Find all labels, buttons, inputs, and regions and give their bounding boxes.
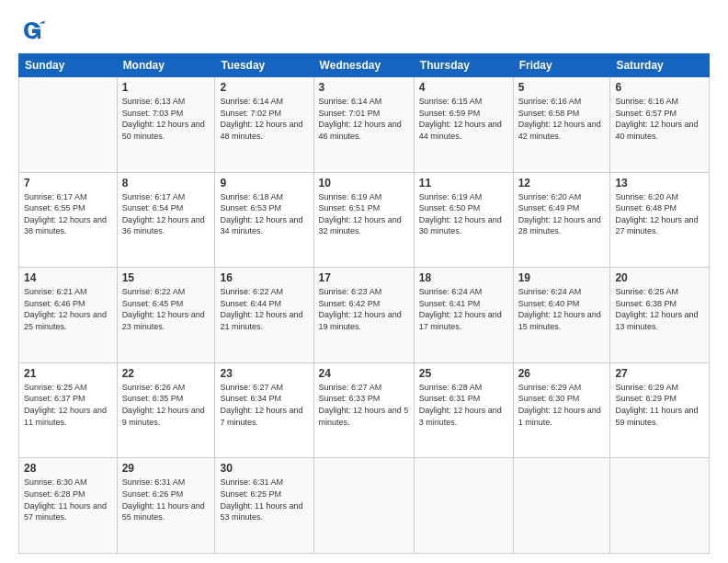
day-number: 12 <box>518 177 606 190</box>
day-number: 13 <box>615 177 704 190</box>
day-cell <box>513 458 610 554</box>
day-number: 26 <box>518 367 606 380</box>
day-info: Sunrise: 6:30 AMSunset: 6:28 PMDaylight:… <box>24 477 112 523</box>
day-cell: 7Sunrise: 6:17 AMSunset: 6:55 PMDaylight… <box>19 172 118 268</box>
day-header-saturday: Saturday <box>610 54 710 77</box>
day-cell: 19Sunrise: 6:24 AMSunset: 6:40 PMDayligh… <box>513 268 610 363</box>
day-cell: 5Sunrise: 6:16 AMSunset: 6:58 PMDaylight… <box>513 77 610 173</box>
day-cell: 15Sunrise: 6:22 AMSunset: 6:45 PMDayligh… <box>117 268 215 363</box>
day-info: Sunrise: 6:22 AMSunset: 6:45 PMDaylight:… <box>122 286 210 332</box>
day-cell: 9Sunrise: 6:18 AMSunset: 6:53 PMDaylight… <box>215 172 313 268</box>
day-cell: 4Sunrise: 6:15 AMSunset: 6:59 PMDaylight… <box>414 77 513 173</box>
day-cell: 17Sunrise: 6:23 AMSunset: 6:42 PMDayligh… <box>313 268 414 363</box>
day-info: Sunrise: 6:24 AMSunset: 6:41 PMDaylight:… <box>419 286 508 332</box>
day-cell: 16Sunrise: 6:22 AMSunset: 6:44 PMDayligh… <box>215 268 313 363</box>
day-cell: 22Sunrise: 6:26 AMSunset: 6:35 PMDayligh… <box>117 362 215 458</box>
day-header-tuesday: Tuesday <box>215 54 313 77</box>
day-info: Sunrise: 6:29 AMSunset: 6:30 PMDaylight:… <box>518 382 606 428</box>
day-number: 4 <box>419 81 508 94</box>
day-cell: 25Sunrise: 6:28 AMSunset: 6:31 PMDayligh… <box>414 362 513 458</box>
day-info: Sunrise: 6:16 AMSunset: 6:57 PMDaylight:… <box>615 96 704 142</box>
day-cell: 10Sunrise: 6:19 AMSunset: 6:51 PMDayligh… <box>313 172 414 268</box>
day-info: Sunrise: 6:29 AMSunset: 6:29 PMDaylight:… <box>615 382 704 428</box>
day-cell: 30Sunrise: 6:31 AMSunset: 6:25 PMDayligh… <box>215 458 313 554</box>
day-info: Sunrise: 6:17 AMSunset: 6:54 PMDaylight:… <box>122 191 210 237</box>
page: SundayMondayTuesdayWednesdayThursdayFrid… <box>0 0 728 563</box>
day-cell: 29Sunrise: 6:31 AMSunset: 6:26 PMDayligh… <box>117 458 215 554</box>
week-row-1: 1Sunrise: 6:13 AMSunset: 7:03 PMDaylight… <box>19 77 710 173</box>
day-cell: 6Sunrise: 6:16 AMSunset: 6:57 PMDaylight… <box>610 77 710 173</box>
day-info: Sunrise: 6:18 AMSunset: 6:53 PMDaylight:… <box>220 191 308 237</box>
day-cell <box>19 77 118 173</box>
calendar-table: SundayMondayTuesdayWednesdayThursdayFrid… <box>18 53 710 554</box>
day-cell: 24Sunrise: 6:27 AMSunset: 6:33 PMDayligh… <box>313 362 414 458</box>
day-cell: 26Sunrise: 6:29 AMSunset: 6:30 PMDayligh… <box>513 362 610 458</box>
header-row: SundayMondayTuesdayWednesdayThursdayFrid… <box>19 54 710 77</box>
day-info: Sunrise: 6:22 AMSunset: 6:44 PMDaylight:… <box>220 286 308 332</box>
day-number: 3 <box>319 81 409 94</box>
day-info: Sunrise: 6:27 AMSunset: 6:33 PMDaylight:… <box>319 382 409 428</box>
day-cell: 3Sunrise: 6:14 AMSunset: 7:01 PMDaylight… <box>313 77 414 173</box>
day-info: Sunrise: 6:27 AMSunset: 6:34 PMDaylight:… <box>220 382 308 428</box>
day-number: 15 <box>122 271 210 284</box>
week-row-2: 7Sunrise: 6:17 AMSunset: 6:55 PMDaylight… <box>19 172 710 268</box>
day-info: Sunrise: 6:21 AMSunset: 6:46 PMDaylight:… <box>24 286 112 332</box>
day-info: Sunrise: 6:25 AMSunset: 6:38 PMDaylight:… <box>615 286 704 332</box>
day-number: 22 <box>122 367 210 380</box>
day-info: Sunrise: 6:25 AMSunset: 6:37 PMDaylight:… <box>24 382 112 428</box>
day-info: Sunrise: 6:31 AMSunset: 6:25 PMDaylight:… <box>220 477 308 523</box>
day-number: 20 <box>615 271 704 284</box>
week-row-4: 21Sunrise: 6:25 AMSunset: 6:37 PMDayligh… <box>19 362 710 458</box>
day-number: 18 <box>419 271 508 284</box>
day-info: Sunrise: 6:19 AMSunset: 6:50 PMDaylight:… <box>419 191 508 237</box>
day-cell: 1Sunrise: 6:13 AMSunset: 7:03 PMDaylight… <box>117 77 215 173</box>
day-info: Sunrise: 6:26 AMSunset: 6:35 PMDaylight:… <box>122 382 210 428</box>
day-number: 9 <box>220 177 308 190</box>
day-cell: 20Sunrise: 6:25 AMSunset: 6:38 PMDayligh… <box>610 268 710 363</box>
header <box>18 17 710 44</box>
day-header-monday: Monday <box>117 54 215 77</box>
day-number: 7 <box>24 177 112 190</box>
day-cell: 8Sunrise: 6:17 AMSunset: 6:54 PMDaylight… <box>117 172 215 268</box>
day-info: Sunrise: 6:15 AMSunset: 6:59 PMDaylight:… <box>419 96 508 142</box>
day-info: Sunrise: 6:24 AMSunset: 6:40 PMDaylight:… <box>518 286 606 332</box>
day-cell <box>414 458 513 554</box>
day-number: 16 <box>220 271 308 284</box>
logo <box>18 17 50 44</box>
day-cell: 18Sunrise: 6:24 AMSunset: 6:41 PMDayligh… <box>414 268 513 363</box>
day-cell: 14Sunrise: 6:21 AMSunset: 6:46 PMDayligh… <box>19 268 118 363</box>
day-info: Sunrise: 6:23 AMSunset: 6:42 PMDaylight:… <box>319 286 409 332</box>
day-info: Sunrise: 6:19 AMSunset: 6:51 PMDaylight:… <box>319 191 409 237</box>
day-info: Sunrise: 6:14 AMSunset: 7:02 PMDaylight:… <box>220 96 308 142</box>
day-header-thursday: Thursday <box>414 54 513 77</box>
day-number: 2 <box>220 81 308 94</box>
day-number: 23 <box>220 367 308 380</box>
day-cell: 23Sunrise: 6:27 AMSunset: 6:34 PMDayligh… <box>215 362 313 458</box>
week-row-3: 14Sunrise: 6:21 AMSunset: 6:46 PMDayligh… <box>19 268 710 363</box>
day-cell: 27Sunrise: 6:29 AMSunset: 6:29 PMDayligh… <box>610 362 710 458</box>
day-number: 14 <box>24 271 112 284</box>
day-number: 1 <box>122 81 210 94</box>
day-number: 25 <box>419 367 508 380</box>
day-number: 6 <box>615 81 704 94</box>
week-row-5: 28Sunrise: 6:30 AMSunset: 6:28 PMDayligh… <box>19 458 710 554</box>
day-number: 11 <box>419 177 508 190</box>
day-header-sunday: Sunday <box>19 54 118 77</box>
day-info: Sunrise: 6:20 AMSunset: 6:49 PMDaylight:… <box>518 191 606 237</box>
day-number: 10 <box>319 177 409 190</box>
day-info: Sunrise: 6:31 AMSunset: 6:26 PMDaylight:… <box>122 477 210 523</box>
day-number: 30 <box>220 462 308 475</box>
day-header-wednesday: Wednesday <box>313 54 414 77</box>
day-cell <box>313 458 414 554</box>
day-info: Sunrise: 6:17 AMSunset: 6:55 PMDaylight:… <box>24 191 112 237</box>
day-number: 5 <box>518 81 606 94</box>
day-number: 17 <box>319 271 409 284</box>
day-info: Sunrise: 6:28 AMSunset: 6:31 PMDaylight:… <box>419 382 508 428</box>
day-cell <box>610 458 710 554</box>
day-cell: 21Sunrise: 6:25 AMSunset: 6:37 PMDayligh… <box>19 362 118 458</box>
day-number: 8 <box>122 177 210 190</box>
day-number: 29 <box>122 462 210 475</box>
day-info: Sunrise: 6:14 AMSunset: 7:01 PMDaylight:… <box>319 96 409 142</box>
day-cell: 28Sunrise: 6:30 AMSunset: 6:28 PMDayligh… <box>19 458 118 554</box>
day-cell: 13Sunrise: 6:20 AMSunset: 6:48 PMDayligh… <box>610 172 710 268</box>
